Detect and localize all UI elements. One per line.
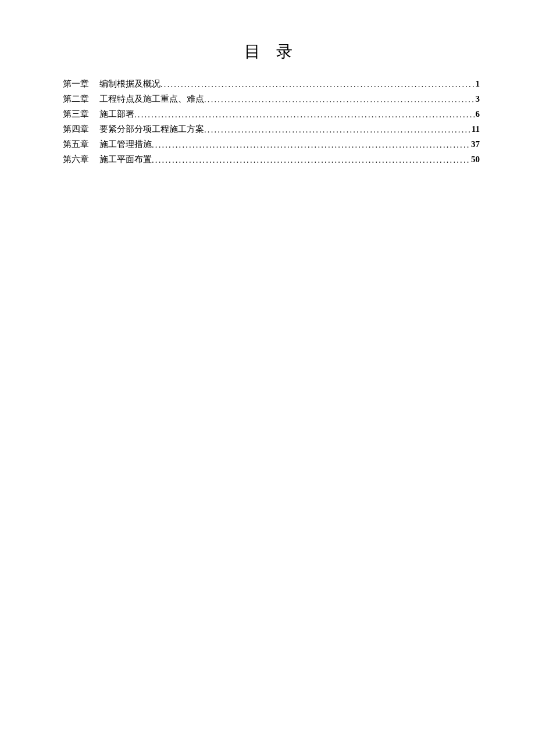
toc-leader xyxy=(160,77,475,92)
toc-leader xyxy=(134,108,475,122)
toc-entry: 施工部署 xyxy=(99,107,134,121)
toc-page: 50 xyxy=(470,152,480,167)
toc-row: 第三章 施工部署 6 xyxy=(63,107,480,122)
toc-chapter: 第五章 xyxy=(63,137,99,152)
toc-chapter: 第六章 xyxy=(63,152,99,167)
page-title: 目 录 xyxy=(63,41,480,63)
toc-entry: 施工平面布置 xyxy=(99,152,152,167)
toc-entry: 要紧分部分项工程施工方案 xyxy=(99,122,204,137)
toc-row: 第五章 施工管理措施 37 xyxy=(63,137,480,152)
toc-row: 第一章 编制根据及概况 1 xyxy=(63,77,480,92)
toc-entry: 工程特点及施工重点、难点 xyxy=(99,92,204,106)
toc-entry: 施工管理措施 xyxy=(99,137,152,152)
toc-page: 1 xyxy=(475,77,480,92)
toc-chapter: 第二章 xyxy=(63,92,99,106)
toc-row: 第六章 施工平面布置 50 xyxy=(63,152,480,167)
toc-row: 第四章 要紧分部分项工程施工方案 11 xyxy=(63,122,480,137)
toc-chapter: 第一章 xyxy=(63,77,99,91)
toc-page: 37 xyxy=(470,137,480,152)
toc-leader xyxy=(152,153,470,167)
toc-leader xyxy=(204,92,475,107)
toc-chapter: 第三章 xyxy=(63,107,99,121)
toc-page: 11 xyxy=(470,122,480,137)
toc-leader xyxy=(204,123,470,137)
toc-row: 第二章 工程特点及施工重点、难点 3 xyxy=(63,92,480,107)
table-of-contents: 第一章 编制根据及概况 1 第二章 工程特点及施工重点、难点 3 第三章 施工部… xyxy=(63,77,480,167)
toc-page: 6 xyxy=(475,107,480,122)
toc-page: 3 xyxy=(475,92,480,107)
toc-chapter: 第四章 xyxy=(63,122,99,137)
toc-entry: 编制根据及概况 xyxy=(99,77,160,91)
toc-leader xyxy=(152,138,470,152)
